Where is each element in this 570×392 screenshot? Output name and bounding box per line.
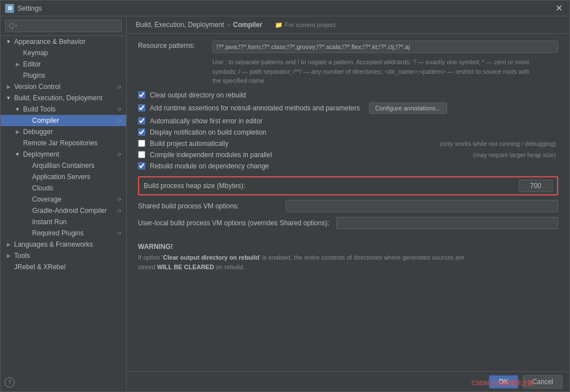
- sync-icon: ⟳: [117, 152, 122, 158]
- sync-icon: ⟳: [117, 197, 122, 203]
- sidebar-item-clouds[interactable]: ▶ Clouds: [1, 182, 126, 194]
- triangle-icon: ▶: [5, 83, 12, 90]
- checkbox-rebuild-module: Rebuild module on dependency change: [138, 162, 558, 170]
- sync-icon: ⟳: [117, 84, 122, 90]
- warning-box: WARNING! If option 'Clear output directo…: [138, 238, 558, 277]
- sidebar-item-label: Languages & Frameworks: [14, 240, 93, 248]
- sidebar-item-label: Build Tools: [23, 105, 56, 113]
- sidebar-item-label: Version Control: [14, 83, 60, 91]
- sidebar-item-appearance-behavior[interactable]: ▼ Appearance & Behavior: [1, 36, 126, 47]
- sidebar-item-label: Build, Execution, Deployment: [14, 94, 103, 102]
- warning-text: If option 'Clear output directory on reb…: [138, 253, 558, 273]
- project-icon: 📁: [275, 21, 283, 29]
- sync-icon: ⟳: [117, 118, 122, 124]
- sidebar-item-version-control[interactable]: ▶ Version Control ⟳: [1, 81, 126, 92]
- sidebar-item-build-tools[interactable]: ▼ Build Tools ⟳: [1, 104, 126, 115]
- show-first-error-checkbox[interactable]: [138, 117, 145, 124]
- checkbox-build-auto: Build project automatically (only works …: [138, 140, 558, 148]
- clear-output-label: Clear output directory on rebuild: [150, 91, 246, 99]
- checkbox-add-assertions: Add runtime assertions for notnull-annot…: [138, 103, 558, 114]
- user-vm-input[interactable]: [336, 217, 559, 229]
- resource-patterns-label: Resource patterns:: [138, 41, 206, 50]
- help-button[interactable]: ?: [5, 377, 15, 387]
- heap-size-label: Build process heap size (Mbytes):: [144, 182, 512, 190]
- breadcrumb: Build, Execution, Deployment › Compiler …: [127, 16, 569, 34]
- sidebar-item-label: Gradle-Android Compiler: [32, 207, 107, 215]
- rebuild-module-checkbox[interactable]: [138, 162, 145, 170]
- sidebar-item-label: Appearance & Behavior: [14, 38, 86, 46]
- user-vm-label: User-local build process VM options (ove…: [138, 219, 329, 227]
- show-first-error-label: Automatically show first error in editor: [150, 117, 262, 125]
- resource-patterns-input[interactable]: [212, 41, 558, 53]
- sidebar-item-arquillian[interactable]: ▶ Arquillian Containers: [1, 160, 126, 171]
- resource-patterns-row: Resource patterns:: [138, 41, 558, 53]
- sidebar-item-keymap[interactable]: ▶ Keymap: [1, 47, 126, 59]
- display-notification-label: Display notification on build completion: [150, 128, 266, 136]
- shared-vm-input[interactable]: [286, 200, 558, 212]
- sidebar-item-label: Application Servers: [32, 173, 90, 181]
- settings-window: ⚙ Settings ✕ ▼ Appearance & Behavior ▶ K…: [0, 0, 570, 392]
- clear-output-checkbox[interactable]: [138, 91, 145, 99]
- compile-independent-note: (may require larger heap size): [473, 152, 558, 158]
- build-auto-checkbox[interactable]: [138, 140, 145, 147]
- checkbox-show-first-error: Automatically show first error in editor: [138, 117, 558, 125]
- sidebar-item-label: Remote Jar Repositories: [23, 139, 97, 147]
- triangle-icon: ▼: [14, 106, 21, 113]
- warning-title: WARNING!: [138, 243, 558, 251]
- sidebar-item-application-servers[interactable]: ▶ Application Servers: [1, 171, 126, 182]
- sidebar-item-debugger[interactable]: ▶ Debugger: [1, 126, 126, 137]
- checkbox-compile-independent: Compile independent modules in parallel …: [138, 151, 558, 159]
- sidebar-item-label: Tools: [14, 252, 30, 260]
- triangle-icon: ▼: [5, 95, 12, 101]
- sidebar-item-remote-jar[interactable]: ▶ Remote Jar Repositories: [1, 137, 126, 149]
- checkbox-display-notification: Display notification on build completion: [138, 128, 558, 136]
- user-vm-row: User-local build process VM options (ove…: [138, 217, 558, 229]
- sidebar-item-gradle-android[interactable]: ▶ Gradle-Android Compiler ⟳: [1, 205, 126, 216]
- sidebar-item-label: Required Plugins: [32, 229, 83, 237]
- close-button[interactable]: ✕: [553, 3, 565, 14]
- display-notification-checkbox[interactable]: [138, 128, 145, 136]
- sidebar-item-compiler[interactable]: ▶ Compiler ⟳: [1, 115, 126, 126]
- build-auto-label: Build project automatically: [150, 140, 228, 148]
- compile-independent-checkbox[interactable]: [138, 151, 145, 158]
- heap-size-input[interactable]: [519, 180, 553, 192]
- sidebar-item-label: Editor: [23, 60, 41, 68]
- sync-icon: ⟳: [117, 230, 122, 237]
- sync-icon: ⟳: [117, 208, 122, 214]
- project-label: For current project: [285, 21, 336, 28]
- sidebar-item-label: Arquillian Containers: [32, 162, 95, 170]
- sidebar-item-instant-run[interactable]: ▶ Instant Run: [1, 216, 126, 228]
- add-assertions-checkbox[interactable]: [138, 104, 145, 112]
- sidebar-item-label: Compiler: [32, 117, 59, 124]
- sidebar-item-jrebel[interactable]: ▶ JRebel & XRebel: [1, 261, 126, 273]
- configure-annotations-button[interactable]: Configure annotations...: [369, 103, 447, 114]
- sidebar-item-label: Deployment: [23, 150, 59, 158]
- window-icon: ⚙: [5, 4, 14, 13]
- settings-content: Resource patterns: Use ; to separate pat…: [127, 34, 569, 371]
- search-input[interactable]: [5, 20, 122, 32]
- sidebar-item-label: Debugger: [23, 128, 53, 136]
- sidebar-item-label: JRebel & XRebel: [14, 263, 65, 271]
- sidebar-item-tools[interactable]: ▶ Tools: [1, 250, 126, 261]
- sidebar-item-languages[interactable]: ▶ Languages & Frameworks: [1, 239, 126, 250]
- sidebar: ▼ Appearance & Behavior ▶ Keymap ▶ Edito…: [1, 16, 127, 391]
- sidebar-item-label: Plugins: [23, 72, 45, 79]
- sidebar-item-build-execution[interactable]: ▼ Build, Execution, Deployment: [1, 92, 126, 104]
- sidebar-item-deployment[interactable]: ▼ Deployment ⟳: [1, 149, 126, 160]
- triangle-icon: ▶: [14, 61, 21, 68]
- sidebar-item-required-plugins[interactable]: ▶ Required Plugins ⟳: [1, 228, 126, 239]
- sidebar-item-plugins[interactable]: ▶ Plugins: [1, 70, 126, 81]
- sidebar-item-coverage[interactable]: ▶ Coverage ⟳: [1, 194, 126, 205]
- sidebar-item-label: Clouds: [32, 184, 53, 192]
- breadcrumb-current: Compiler: [233, 21, 262, 29]
- build-auto-note: (only works while not running / debuggin…: [440, 140, 558, 147]
- sidebar-item-label: Coverage: [32, 195, 61, 203]
- watermark-text: CSDN @编程重生之路: [471, 379, 534, 387]
- window-title: Settings: [17, 5, 553, 12]
- triangle-icon: ▼: [14, 151, 21, 158]
- compile-independent-label: Compile independent modules in parallel: [150, 151, 272, 159]
- breadcrumb-path: Build, Execution, Deployment: [136, 21, 224, 29]
- sidebar-item-editor[interactable]: ▶ Editor: [1, 59, 126, 70]
- shared-vm-row: Shared build process VM options:: [138, 200, 558, 212]
- sidebar-item-label: Keymap: [23, 49, 48, 57]
